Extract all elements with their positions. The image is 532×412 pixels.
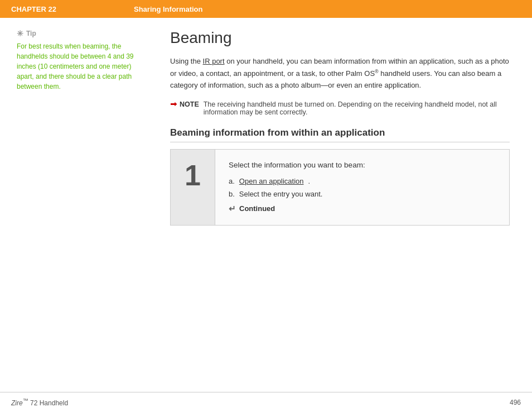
step-sub-item-b: b. Select the entry you want. bbox=[229, 190, 496, 198]
tip-asterisk-icon: ✳ bbox=[17, 29, 23, 38]
step-sub-label-a: a. bbox=[229, 177, 235, 185]
page-title: Beaming bbox=[170, 29, 510, 47]
continued-row: ↵ Continued bbox=[229, 204, 496, 214]
tip-text: For best results when beaming, the handh… bbox=[17, 41, 148, 92]
note-box: ⮕ NOTE The receiving handheld must be tu… bbox=[170, 100, 510, 116]
tip-word: Tip bbox=[26, 30, 36, 37]
chapter-label: CHAPTER 22 bbox=[11, 5, 134, 13]
step-content-col: Select the information you want to beam:… bbox=[215, 150, 509, 225]
step-number: 1 bbox=[185, 161, 201, 190]
step-sub-text-b: Select the entry you want. bbox=[239, 190, 323, 198]
step-instruction: Select the information you want to beam: bbox=[229, 161, 496, 169]
step-sub-item-a: a. Open an application. bbox=[229, 177, 496, 185]
intro-paragraph: Using the IR port on your handheld, you … bbox=[170, 56, 510, 92]
main-content: ✳ Tip For best results when beaming, the… bbox=[0, 18, 532, 392]
brand-name: Zire bbox=[11, 399, 23, 407]
tip-label: ✳ Tip bbox=[17, 29, 148, 38]
trademark-symbol: ™ bbox=[23, 397, 28, 404]
footer-bar: Zire™ 72 Handheld 496 bbox=[0, 392, 532, 412]
sidebar: ✳ Tip For best results when beaming, the… bbox=[0, 18, 159, 392]
continued-icon: ↵ bbox=[229, 204, 236, 214]
step-sub-link-a[interactable]: Open an application bbox=[239, 177, 304, 185]
step-box: 1 Select the information you want to bea… bbox=[170, 149, 510, 226]
continued-label: Continued bbox=[239, 204, 275, 213]
ir-port-link[interactable]: IR port bbox=[203, 57, 225, 65]
section-heading: Beaming information from within an appli… bbox=[170, 127, 510, 142]
note-label: ⮕ NOTE bbox=[170, 100, 199, 109]
step-number-col: 1 bbox=[171, 150, 215, 225]
intro-text-before-link: Using the bbox=[170, 57, 203, 65]
step-sub-label-b: b. bbox=[229, 190, 235, 198]
registered-symbol: ® bbox=[375, 69, 379, 74]
header-bar: CHAPTER 22 Sharing Information bbox=[0, 0, 532, 18]
page-number: 496 bbox=[510, 399, 521, 406]
model-name: 72 Handheld bbox=[28, 399, 68, 407]
footer-brand: Zire™ 72 Handheld bbox=[11, 397, 68, 407]
note-text: The receiving handheld must be turned on… bbox=[204, 100, 510, 116]
note-icon: ⮕ bbox=[170, 100, 177, 109]
step-sub-after-a: . bbox=[308, 177, 311, 185]
chapter-title: Sharing Information bbox=[134, 5, 203, 13]
note-label-text: NOTE bbox=[180, 100, 199, 108]
content-area: Beaming Using the IR port on your handhe… bbox=[159, 18, 532, 392]
